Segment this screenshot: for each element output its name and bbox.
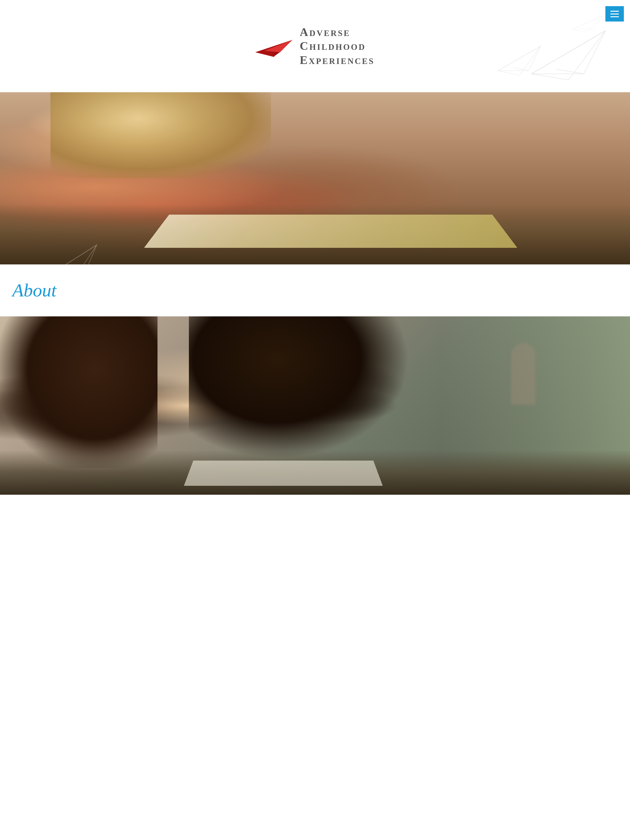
about-title[interactable]: About xyxy=(12,280,618,301)
svg-marker-9 xyxy=(532,31,605,80)
logo-area: Adverse Childhood Experiences xyxy=(255,25,374,67)
svg-marker-13 xyxy=(572,16,602,32)
svg-marker-16 xyxy=(63,245,97,264)
decorative-planes-icon xyxy=(526,6,611,86)
site-header: Adverse Childhood Experiences xyxy=(0,0,630,92)
second-image-section xyxy=(0,316,630,495)
hero-book xyxy=(144,215,518,248)
about-section: About xyxy=(0,264,630,316)
hero-child-hair xyxy=(51,92,271,178)
svg-marker-2 xyxy=(264,40,292,52)
svg-line-10 xyxy=(532,31,605,74)
second-image-paper xyxy=(184,461,383,486)
second-image-background-child xyxy=(511,343,535,405)
hero-image-section xyxy=(0,92,630,264)
logo-line-1: Adverse xyxy=(300,25,374,39)
svg-line-14 xyxy=(572,16,602,30)
second-image-child-center xyxy=(189,316,410,459)
logo-line-2: Childhood xyxy=(300,39,374,53)
svg-line-15 xyxy=(581,28,594,30)
second-image-child-left xyxy=(0,316,157,468)
logo-text: Adverse Childhood Experiences xyxy=(300,25,374,67)
hero-plane-decoration xyxy=(62,235,98,264)
menu-button[interactable] xyxy=(605,6,624,22)
svg-line-11 xyxy=(556,69,584,74)
logo-line-3: Experiences xyxy=(300,53,374,67)
hamburger-icon xyxy=(610,11,619,17)
logo-paper-plane-icon xyxy=(255,34,292,58)
svg-marker-17 xyxy=(63,245,97,264)
svg-line-18 xyxy=(63,245,97,264)
